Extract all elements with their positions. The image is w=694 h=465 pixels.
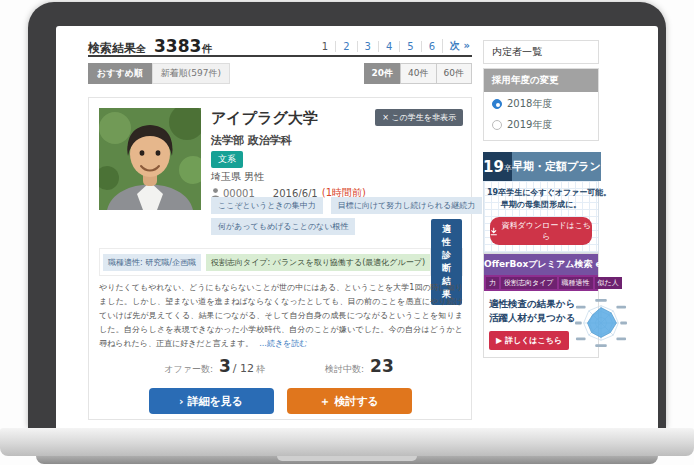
- ad2-tag: 役割志向タイプ: [501, 277, 557, 289]
- sort-newest-button[interactable]: 新着順(597件): [152, 63, 230, 84]
- student-photo-image: [99, 108, 201, 210]
- ad1-download-label: 資料ダウンロードはこちら: [501, 220, 593, 242]
- page-next[interactable]: 次 »: [442, 39, 472, 53]
- page-1[interactable]: 1: [315, 41, 335, 52]
- ad2-tag: 似た人: [595, 277, 622, 289]
- main-column: 検索結果全3383件 1 2 3 4 5 6 次 » おすすめ順 新着順(597…: [88, 26, 472, 428]
- header-divider: [88, 55, 472, 57]
- year-option-2019[interactable]: 2019年度: [484, 113, 598, 140]
- self-pr-text: やりたくてもやれない、どうにもならないことが世の中にはある、ということを大学1回…: [99, 281, 463, 351]
- recruit-year-box: 採用年度の変更 2018年度 2019年度: [483, 68, 599, 141]
- total-unit: 件: [202, 43, 212, 54]
- consider-button[interactable]: ＋ 検討する: [287, 388, 412, 414]
- recruit-year-header: 採用年度の変更: [484, 69, 598, 92]
- aptitude-job-chip: 職種適性: 研究職/企画職: [103, 254, 201, 271]
- view-detail-button[interactable]: › 詳細を見る: [149, 388, 274, 414]
- laptop-notch: [277, 456, 417, 461]
- page-size-40-button[interactable]: 40件: [400, 63, 436, 84]
- strength-tag: 何があってもめげることのない根性: [211, 218, 355, 235]
- results-label: 検索結果: [88, 41, 136, 55]
- ad2-tag: 職種適性: [559, 277, 593, 289]
- ad2-tag-row: 力 役割志向タイプ 職種適性 似た人: [484, 275, 598, 291]
- ad2-line2: 活躍人材が見つかる: [489, 311, 575, 325]
- category-badge: 文系: [211, 151, 243, 168]
- ad1-body: 19卒学生に今すぐオファー可能。 早期の母集団形成に。 資料ダウンロードはこちら: [483, 181, 599, 253]
- sidebar-item-naiteisha[interactable]: 内定者一覧: [483, 40, 599, 64]
- ad-early-plan-banner[interactable]: 19 卒 早期・定額プラン 19卒学生に今すぐオファー可能。 早期の母集団形成に…: [483, 152, 599, 253]
- year-2019-label: 2019年度: [507, 118, 552, 132]
- read-more-link[interactable]: ...続きを読む: [259, 339, 307, 348]
- stats-row: オファー数:3/ 12枠 検討中数:23: [89, 356, 471, 376]
- radar-chart: [575, 297, 627, 349]
- ad-premium-search-banner[interactable]: OfferBoxプレミアム検索 eF-1G 力 役割志向タイプ 職種適性 似た人…: [483, 253, 599, 358]
- ad1-grad-year-badge: 19 卒: [483, 152, 512, 181]
- aptitude-role-chip: 役割志向タイプ: バランスを取り協働する(最適化グループ): [206, 254, 430, 271]
- offer-count-total: / 12: [233, 362, 254, 375]
- considering-count-label: 検討中数:: [325, 364, 364, 374]
- page-3[interactable]: 3: [357, 41, 378, 52]
- offer-count-value: 3: [219, 356, 231, 376]
- student-card: × この学生を非表示 アイプラグ大学 法学部 政治学科 文系 埼玉県 男性 00…: [88, 97, 472, 420]
- aptitude-result-cell: 適性診断結果: [430, 249, 462, 275]
- offer-count-label: オファー数:: [164, 364, 213, 374]
- year-2018-label: 2018年度: [507, 97, 552, 111]
- page-4[interactable]: 4: [378, 41, 399, 52]
- page-6[interactable]: 6: [421, 41, 442, 52]
- ad2-line1: 適性検査の結果から: [489, 297, 575, 311]
- laptop-base: [0, 428, 694, 456]
- ad1-title: 早期・定額プラン: [512, 152, 601, 181]
- ad1-badge-suffix: 卒: [504, 163, 512, 174]
- page-size-60-button[interactable]: 60件: [436, 63, 472, 84]
- sort-recommended-button[interactable]: おすすめ順: [88, 63, 152, 84]
- page-2[interactable]: 2: [335, 41, 356, 52]
- aptitude-tags: 職種適性: 研究職/企画職 役割志向タイプ: バランスを取り協働する(最適化グル…: [100, 249, 430, 275]
- ad1-line2: 早期の母集団形成に。: [487, 199, 595, 211]
- strength-tag: 目標に向けて努力し続けられる継続力: [331, 197, 483, 214]
- download-icon: [490, 227, 498, 236]
- offer-count-unit: 枠: [256, 364, 265, 374]
- radio-2019-icon[interactable]: [492, 120, 502, 130]
- ad1-line1: 19卒学生に今すぐオファー可能。: [487, 187, 595, 199]
- ad2-title: OfferBoxプレミアム検索 eF-1G: [484, 254, 598, 275]
- strength-tags-row2: 何があってもめげることのない根性: [211, 218, 363, 235]
- results-summary: 検索結果全3383件: [88, 36, 212, 57]
- pagination: 1 2 3 4 5 6 次 »: [315, 39, 472, 53]
- aptitude-box: 職種適性: 研究職/企画職 役割志向タイプ: バランスを取り協働する(最適化グル…: [99, 248, 463, 276]
- faculty-department: 法学部 政治学科: [211, 133, 292, 148]
- ad2-detail-button[interactable]: ▶ 詳しくはこちら: [489, 331, 569, 350]
- ad2-text-column: 適性検査の結果から 活躍人材が見つかる ▶ 詳しくはこちら: [489, 297, 575, 350]
- ad1-header: 19 卒 早期・定額プラン: [483, 152, 599, 181]
- offer-count-group: オファー数:3/ 12枠: [164, 356, 265, 376]
- location-gender: 埼玉県 男性: [211, 170, 264, 184]
- total-count: 3383: [154, 36, 201, 56]
- sort-tabs: おすすめ順 新着順(597件): [88, 63, 230, 84]
- ad2-body: 適性検査の結果から 活躍人材が見つかる ▶ 詳しくはこちら: [484, 291, 598, 357]
- page-size-20-button[interactable]: 20件: [364, 63, 402, 84]
- ad2-tag: 力: [486, 277, 499, 289]
- ad1-download-button[interactable]: 資料ダウンロードはこちら: [490, 217, 592, 245]
- considering-count-value: 23: [370, 356, 394, 376]
- page-5[interactable]: 5: [399, 41, 420, 52]
- considering-count-group: 検討中数:23: [325, 356, 396, 376]
- university-name: アイプラグ大学: [211, 109, 318, 128]
- screen: 検索結果全3383件 1 2 3 4 5 6 次 » おすすめ順 新着順(597…: [56, 26, 658, 428]
- strength-tag: ここぞというときの集中力: [211, 197, 323, 214]
- strength-tags-row1: ここぞというときの集中力 目標に向けて努力し続けられる継続力: [211, 197, 490, 214]
- total-prefix: 全: [136, 43, 146, 54]
- student-photo[interactable]: [99, 108, 201, 210]
- year-option-2018[interactable]: 2018年度: [484, 92, 598, 113]
- cta-row: › 詳細を見る ＋ 検討する: [89, 388, 471, 414]
- radio-2018-selected-icon[interactable]: [492, 99, 502, 109]
- page-size-buttons: 20件 40件 60件: [365, 63, 472, 84]
- sidebar: 内定者一覧 採用年度の変更 2018年度 2019年度 19 卒 早期・定額プラ…: [483, 26, 599, 428]
- hide-student-button[interactable]: × この学生を非表示: [375, 109, 463, 126]
- ad1-badge-number: 19: [483, 158, 504, 176]
